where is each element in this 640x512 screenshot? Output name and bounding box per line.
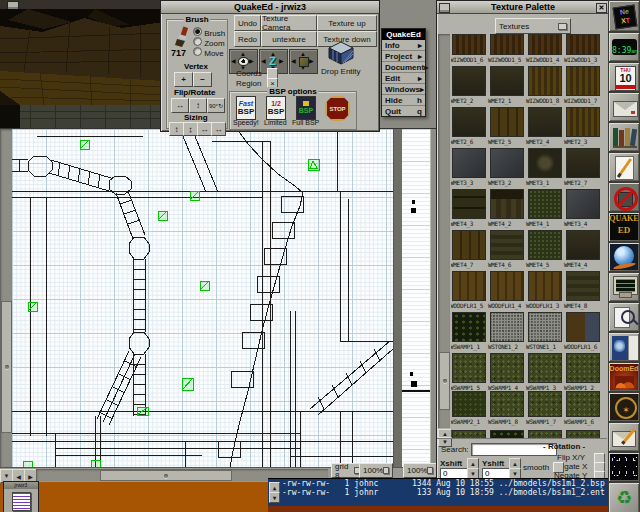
texture-camera-button[interactable]: Texture Camera — [261, 15, 317, 31]
dock-starfield[interactable] — [608, 452, 640, 482]
brush-radio[interactable] — [193, 27, 202, 36]
dock-terminal[interactable] — [608, 272, 640, 302]
texture-tile[interactable] — [566, 148, 600, 178]
menu-title[interactable]: QuakeEd — [382, 29, 425, 40]
close-icon[interactable]: ✕ — [596, 3, 607, 13]
size-wider-button[interactable]: ↔ — [211, 122, 226, 136]
map-hscroll-thumb[interactable] — [100, 470, 232, 481]
undo-button[interactable]: Undo — [234, 15, 261, 31]
arrow-left-icon[interactable]: ◀ — [231, 58, 236, 64]
flip-horizontal-button[interactable]: ↔ — [171, 98, 189, 113]
dock-clock[interactable]: 8:39am — [608, 32, 640, 62]
smooth-checkbox[interactable] — [553, 462, 564, 473]
menu-item-hide[interactable]: Hideh — [382, 95, 425, 106]
texture-tile[interactable] — [528, 312, 562, 342]
texture-tile[interactable] — [452, 189, 486, 219]
texture-tile[interactable] — [490, 353, 524, 383]
arrow-right-icon[interactable]: ▶ — [309, 58, 314, 64]
texture-tile[interactable] — [452, 230, 486, 260]
texture-tile[interactable] — [452, 34, 486, 55]
entity-marker[interactable] — [182, 378, 193, 390]
dock-recycler[interactable]: ♻ — [608, 482, 640, 512]
entity-marker[interactable] — [308, 159, 319, 170]
arrow-right-icon[interactable]: ▶ — [279, 58, 284, 64]
fast-bsp-button[interactable]: Fast BSP — [236, 96, 256, 120]
arrow-right-icon[interactable]: ▶ — [249, 58, 254, 64]
map-vscrollbar[interactable] — [0, 129, 12, 467]
texture-tile[interactable] — [490, 271, 524, 301]
z-marker-dot[interactable] — [411, 208, 416, 213]
texture-tile[interactable] — [490, 148, 524, 178]
dock-id-emblem[interactable]: ✶ — [608, 392, 640, 422]
map-vscroll-thumb[interactable] — [1, 301, 12, 433]
miniwindow-jrwiz[interactable]: jrwiz3 — [3, 481, 39, 512]
texture-tile[interactable] — [490, 430, 524, 438]
toolbar-titlebar[interactable]: QuakeEd - jrwiz3 — [161, 1, 379, 14]
texture-tile[interactable] — [452, 148, 486, 178]
entity-marker[interactable] — [91, 460, 100, 467]
texture-set-popup[interactable]: Textures — [495, 18, 571, 34]
terminal-scroll-down-icon[interactable]: ▼ — [269, 492, 280, 503]
texture-tile[interactable] — [528, 66, 562, 96]
camera-3d-view[interactable] — [0, 9, 163, 128]
dock-doom-ed[interactable]: DoomEd — [608, 362, 640, 392]
texture-tile[interactable] — [490, 189, 524, 219]
texture-tile[interactable] — [566, 66, 600, 96]
entity-nav-pad[interactable]: ▲ ▼ ◀ ▶ — [289, 49, 318, 74]
texture-tile[interactable] — [528, 107, 562, 137]
menu-item-quit[interactable]: Quitq — [382, 106, 425, 116]
camera-titlebar[interactable] — [0, 0, 163, 9]
menu-item-windows[interactable]: Windows▸ — [382, 84, 425, 95]
drop-entity-cube-icon[interactable] — [328, 41, 355, 65]
texture-tile[interactable] — [452, 107, 486, 137]
entity-marker[interactable] — [80, 140, 89, 149]
terminal-window[interactable]: ▲ ▼ -rw-rw-rw- 1 johnc 1344 Aug 10 18:55… — [268, 478, 608, 506]
texture-tile[interactable] — [528, 230, 562, 260]
texture-tile[interactable] — [452, 353, 486, 383]
size-taller-button[interactable]: ↨ — [183, 122, 198, 136]
full-bsp-button[interactable]: BSP — [296, 96, 316, 120]
dock-next-cube[interactable]: Ne XT — [608, 0, 640, 32]
entity-marker[interactable] — [190, 191, 199, 200]
map-zoom-popup[interactable]: 100% — [359, 463, 393, 478]
texture-tile[interactable] — [528, 430, 562, 438]
menu-item-edit[interactable]: Edit▸ — [382, 73, 425, 84]
texture-tile[interactable] — [490, 312, 524, 342]
texture-tile[interactable] — [490, 66, 524, 96]
dock-no-smoking[interactable] — [608, 182, 640, 212]
texture-tile[interactable] — [566, 271, 600, 301]
dock-edit[interactable] — [608, 152, 640, 182]
palette-vscrollbar[interactable] — [438, 34, 450, 428]
entity-marker[interactable] — [200, 281, 209, 290]
menu-item-project[interactable]: Project▸ — [382, 51, 425, 62]
stop-bsp-button[interactable]: STOP — [325, 96, 350, 121]
dock-librarian-books[interactable]: ... — [608, 122, 640, 152]
texture-tile[interactable] — [566, 353, 600, 383]
texture-tile[interactable] — [452, 430, 486, 438]
z-checker-strip[interactable] — [402, 129, 430, 467]
entity-marker[interactable] — [28, 302, 37, 311]
texture-tile[interactable] — [490, 391, 524, 417]
half-bsp-button[interactable]: 1/2 BSP — [266, 96, 286, 120]
redo-button[interactable]: Redo — [234, 31, 261, 47]
texture-tile[interactable] — [566, 391, 600, 417]
texture-tile[interactable] — [452, 66, 486, 96]
flip-vertical-button[interactable]: ↕ — [189, 98, 207, 113]
dock-calendar[interactable]: THU 10 — [608, 62, 640, 92]
texture-tile[interactable] — [490, 107, 524, 137]
texture-tile[interactable] — [528, 148, 562, 178]
z-marker-dot[interactable] — [412, 200, 415, 204]
untexture-button[interactable]: untexture — [261, 31, 317, 47]
entity-marker[interactable] — [137, 407, 148, 415]
menu-item-document[interactable]: Document▸ — [382, 62, 425, 73]
zoom-radio[interactable] — [193, 37, 202, 46]
texture-tile[interactable] — [528, 271, 562, 301]
texture-tile[interactable] — [566, 430, 600, 438]
texture-tile[interactable] — [566, 34, 600, 55]
palette-titlebar[interactable]: Texture Palette ✕ — [437, 1, 609, 14]
texture-tile[interactable] — [528, 189, 562, 219]
palette-vscroll-thumb[interactable] — [439, 352, 450, 410]
z-marker-dot[interactable] — [410, 372, 413, 376]
map-canvas[interactable] — [12, 129, 393, 467]
texture-tile[interactable] — [528, 353, 562, 383]
